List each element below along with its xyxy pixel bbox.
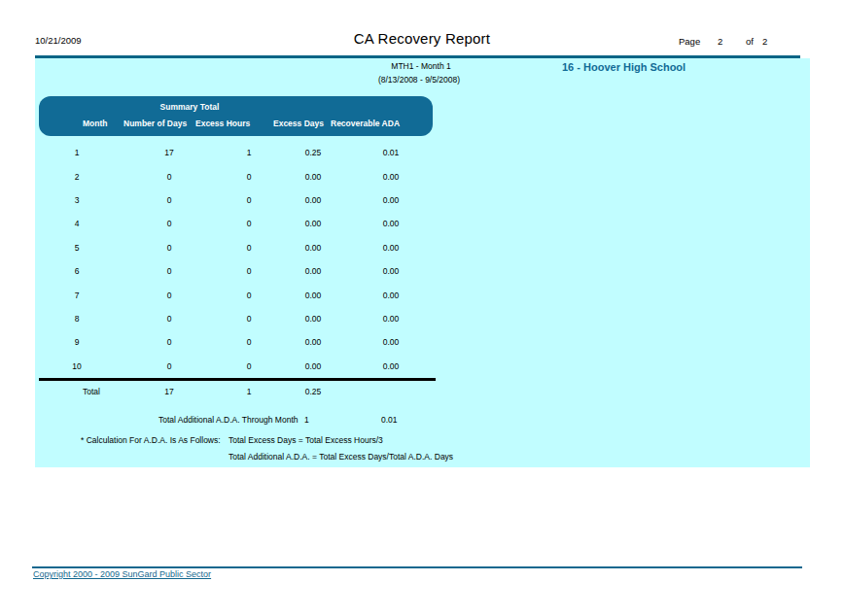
- table-row: 8000.000.00: [35, 307, 443, 330]
- calculation-formula-1: Total Excess Days = Total Excess Hours/3: [229, 435, 383, 445]
- table-cell: 0: [224, 266, 274, 276]
- table-cell: 1: [39, 148, 115, 157]
- table-cell: 0: [115, 337, 224, 347]
- table-cell: 2: [39, 172, 115, 182]
- table-cell: 0.00: [352, 219, 430, 228]
- table-cell: 0.00: [274, 291, 352, 300]
- table-body: 11710.250.012000.000.003000.000.004000.0…: [35, 141, 443, 378]
- table-cell: 17: [115, 148, 224, 157]
- table-cell: 9: [39, 337, 115, 347]
- table-cell: 0: [224, 243, 274, 253]
- table-cell: 0: [224, 314, 274, 324]
- table-cell: 0: [224, 219, 274, 228]
- table-cell: 5: [39, 243, 115, 253]
- table-row: 3000.000.00: [35, 188, 443, 212]
- ada-recoverable-value: 0.01: [381, 415, 398, 425]
- period-title: MTH1 - Month 1: [35, 61, 807, 71]
- table-cell: 0: [115, 291, 224, 300]
- footer-divider: [32, 566, 802, 568]
- table-row: 2000.000.00: [35, 164, 443, 188]
- table-cell: 0.00: [274, 219, 352, 228]
- table-row: 4000.000.00: [35, 212, 443, 235]
- table-cell: 6: [39, 266, 115, 276]
- table-group-title: Summary Total: [39, 102, 340, 112]
- table-cell: 0.00: [274, 266, 352, 276]
- column-header-excess-days: Excess Days: [273, 119, 324, 128]
- table-cell: 0: [115, 266, 224, 276]
- table-row: 10000.000.00: [35, 355, 443, 378]
- table-cell: 0.00: [274, 361, 352, 371]
- table-cell: 7: [39, 291, 115, 300]
- ada-through-month-label: Total Additional A.D.A. Through Month: [158, 415, 299, 425]
- table-cell: 0: [115, 195, 224, 205]
- table-cell: 0.00: [274, 172, 352, 182]
- table-cell: 0: [115, 219, 224, 228]
- table-cell: 0: [224, 291, 274, 300]
- table-cell: 0.00: [352, 243, 430, 253]
- table-cell: 0.00: [274, 243, 352, 253]
- table-header: Summary Total Month Number of Days Exces…: [39, 96, 433, 136]
- table-cell: 1: [224, 148, 274, 157]
- table-cell: 0.01: [352, 148, 430, 157]
- table-row: 9000.000.00: [35, 330, 443, 354]
- total-label: Total: [39, 387, 115, 396]
- total-number-of-days: 17: [115, 387, 224, 396]
- table-cell: 0.00: [352, 172, 430, 182]
- table-cell: 0: [115, 361, 224, 371]
- table-cell: 0: [224, 172, 274, 182]
- column-header-number-of-days: Number of Days: [123, 119, 187, 128]
- table-cell: 0.00: [352, 314, 430, 324]
- period-date-range: (8/13/2008 - 9/5/2008): [35, 75, 803, 85]
- table-cell: 0.00: [274, 337, 352, 347]
- total-excess-days: 0.25: [274, 387, 352, 396]
- table-cell: 0.00: [274, 195, 352, 205]
- table-cell: 10: [39, 361, 115, 371]
- ada-through-month-value: 1: [304, 415, 309, 425]
- table-cell: 0: [115, 314, 224, 324]
- table-cell: 0.00: [274, 314, 352, 324]
- table-cell: 0: [224, 337, 274, 347]
- table-row: 6000.000.00: [35, 259, 443, 283]
- column-header-recoverable-ada: Recoverable ADA: [331, 119, 400, 128]
- calculation-formula-2: Total Additional A.D.A. = Total Excess D…: [229, 452, 453, 462]
- table-cell: 0.00: [352, 291, 430, 300]
- table-row: 11710.250.01: [35, 141, 443, 164]
- total-excess-hours: 1: [224, 387, 274, 396]
- table-cell: 0: [224, 195, 274, 205]
- school-name: 16 - Hoover High School: [562, 61, 686, 73]
- table-cell: 0.00: [352, 337, 430, 347]
- table-cell: 0: [115, 172, 224, 182]
- copyright-link[interactable]: Copyright 2000 - 2009 SunGard Public Sec…: [33, 569, 211, 579]
- page-number: 2: [718, 36, 722, 47]
- table-cell: 0.00: [352, 266, 430, 276]
- table-row: 7000.000.00: [35, 283, 443, 306]
- table-row: 5000.000.00: [35, 236, 443, 259]
- page-label: Page: [679, 36, 700, 47]
- table-cell: 4: [39, 219, 115, 228]
- table-cell: 0.00: [352, 195, 430, 205]
- column-header-month: Month: [83, 119, 108, 128]
- table-cell: 0: [115, 243, 224, 253]
- table-cell: 3: [39, 195, 115, 205]
- page-of-label: of: [746, 36, 754, 47]
- column-header-excess-hours: Excess Hours: [195, 119, 250, 128]
- total-row: Total 17 1 0.25: [35, 381, 443, 402]
- table-cell: 0: [224, 361, 274, 371]
- calculation-note-label: * Calculation For A.D.A. Is As Follows:: [81, 435, 221, 445]
- table-cell: 0.25: [274, 148, 352, 157]
- table-cell: 8: [39, 314, 115, 324]
- report-body-panel: MTH1 - Month 1 (8/13/2008 - 9/5/2008) 16…: [35, 58, 810, 467]
- table-cell: 0.00: [352, 361, 430, 371]
- page-total: 2: [762, 36, 767, 47]
